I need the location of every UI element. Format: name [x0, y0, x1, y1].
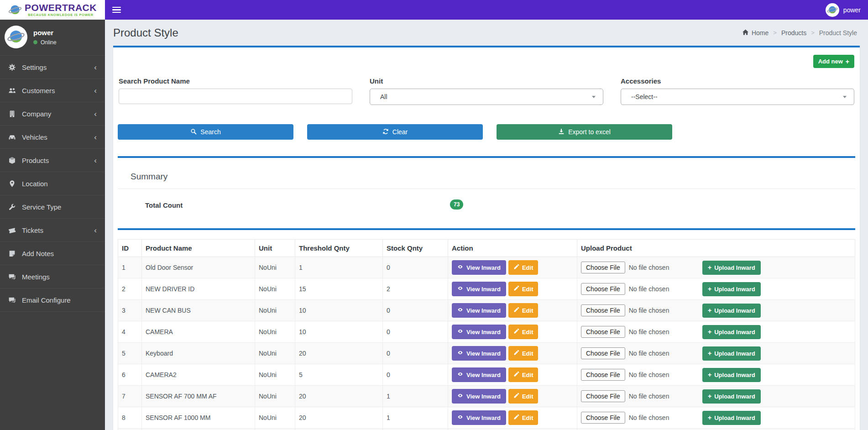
table-row: 6 CAMERA2 NoUni 5 0 View Inward	[118, 364, 855, 386]
breadcrumb-products[interactable]: Products	[781, 29, 806, 37]
search-button[interactable]: Search	[118, 124, 293, 140]
no-file-chosen-label: No file chosen	[629, 285, 669, 293]
eye-icon	[457, 307, 463, 314]
upload-inward-button[interactable]: + Upload Inward	[702, 411, 761, 425]
edit-button[interactable]: Edit	[508, 367, 539, 382]
table-row: 1 Old Door Sensor NoUni 1 0 View Inward	[118, 257, 855, 278]
cell-unit: NoUni	[255, 278, 295, 300]
breadcrumb-separator: >	[773, 29, 777, 36]
sidebar-item-service-type[interactable]: Service Type ‹	[0, 195, 105, 219]
view-inward-button[interactable]: View Inward	[452, 410, 506, 425]
cell-stock: 0	[383, 343, 448, 364]
upload-inward-button[interactable]: + Upload Inward	[702, 261, 761, 275]
sidebar-item-location[interactable]: Location ‹	[0, 172, 105, 195]
sidebar-item-label: Products	[22, 157, 49, 164]
edit-button[interactable]: Edit	[508, 260, 539, 275]
choose-file-button[interactable]: Choose File	[581, 369, 625, 381]
choose-file-button[interactable]: Choose File	[581, 347, 625, 359]
view-inward-button[interactable]: View Inward	[452, 346, 506, 361]
topbar-user-menu[interactable]: power	[826, 3, 861, 17]
cell-threshold: 5	[295, 364, 383, 386]
globe-logo-icon	[8, 3, 22, 17]
building-icon	[8, 110, 16, 118]
edit-button[interactable]: Edit	[508, 325, 539, 339]
view-inward-button[interactable]: View Inward	[452, 282, 506, 296]
edit-button[interactable]: Edit	[508, 389, 539, 404]
plus-icon: +	[708, 393, 711, 399]
file-input[interactable]: Choose File No file chosen	[581, 283, 696, 295]
edit-button[interactable]: Edit	[508, 410, 539, 425]
upload-inward-button[interactable]: + Upload Inward	[702, 282, 761, 296]
sidebar-item-settings[interactable]: Settings ‹	[0, 56, 105, 79]
search-product-label: Search Product Name	[119, 77, 352, 85]
upload-inward-button[interactable]: + Upload Inward	[702, 325, 761, 339]
table-row: 5 Keyboard NoUni 20 0 View Inward	[118, 343, 855, 364]
upload-inward-button[interactable]: + Upload Inward	[702, 368, 761, 382]
home-icon	[742, 29, 749, 37]
sidebar-item-label: Location	[22, 180, 48, 188]
sidebar-item-label: Customers	[22, 87, 55, 94]
sidebar-item-tickets[interactable]: Tickets ‹	[0, 219, 105, 242]
sidebar-item-add-notes[interactable]: Add Notes ‹	[0, 242, 105, 265]
file-input[interactable]: Choose File No file chosen	[581, 326, 696, 338]
brand-name: POWERTRACK	[25, 3, 97, 12]
file-input[interactable]: Choose File No file chosen	[581, 347, 696, 359]
choose-file-button[interactable]: Choose File	[581, 390, 625, 402]
view-inward-button[interactable]: View Inward	[452, 367, 506, 382]
choose-file-button[interactable]: Choose File	[581, 304, 625, 316]
file-input[interactable]: Choose File No file chosen	[581, 262, 696, 273]
cell-threshold: 1	[295, 257, 383, 278]
accessories-select[interactable]: --Select--	[621, 89, 854, 105]
plus-icon: +	[708, 414, 711, 421]
add-new-button[interactable]: Add new +	[813, 55, 854, 68]
pencil-icon	[513, 371, 519, 378]
users-icon	[8, 87, 16, 94]
view-inward-button[interactable]: View Inward	[452, 260, 506, 275]
unit-select[interactable]: All	[370, 89, 603, 105]
eye-icon	[457, 414, 463, 421]
sidebar: power Online Settings ‹ Customers ‹	[0, 20, 105, 430]
upload-inward-button[interactable]: + Upload Inward	[702, 304, 761, 318]
hamburger-menu-icon[interactable]	[112, 5, 123, 15]
edit-button[interactable]: Edit	[508, 303, 539, 318]
sidebar-item-products[interactable]: Products ‹	[0, 149, 105, 172]
top-navbar: POWERTRACK BECAUSE KNOWLEDGE IS POWER po…	[0, 0, 868, 20]
refresh-icon	[382, 128, 389, 136]
view-inward-button[interactable]: View Inward	[452, 325, 506, 339]
view-inward-button[interactable]: View Inward	[452, 303, 506, 318]
clear-button[interactable]: Clear	[307, 124, 483, 140]
view-inward-button[interactable]: View Inward	[452, 389, 506, 404]
marker-icon	[8, 180, 16, 188]
file-input[interactable]: Choose File No file chosen	[581, 390, 696, 402]
col-header-stock: Stock Qnty	[383, 240, 448, 257]
edit-button[interactable]: Edit	[508, 282, 539, 296]
caret-down-icon	[843, 96, 847, 98]
sidebar-item-company[interactable]: Company ‹	[0, 102, 105, 126]
search-product-input[interactable]	[119, 89, 352, 104]
file-input[interactable]: Choose File No file chosen	[581, 369, 696, 381]
chevron-left-icon: ‹	[94, 157, 97, 164]
brand-logo[interactable]: POWERTRACK BECAUSE KNOWLEDGE IS POWER	[0, 0, 105, 20]
sidebar-item-email-configure[interactable]: Email Configure ‹	[0, 288, 105, 312]
choose-file-button[interactable]: Choose File	[581, 412, 625, 424]
sidebar-item-meetings[interactable]: Meetings ‹	[0, 265, 105, 288]
sidebar-item-customers[interactable]: Customers ‹	[0, 79, 105, 102]
choose-file-button[interactable]: Choose File	[581, 262, 625, 273]
edit-button[interactable]: Edit	[508, 346, 539, 361]
choose-file-button[interactable]: Choose File	[581, 326, 625, 338]
upload-inward-button[interactable]: + Upload Inward	[702, 346, 761, 361]
cell-id: 7	[118, 386, 142, 407]
choose-file-button[interactable]: Choose File	[581, 283, 625, 295]
accessories-label: Accessories	[621, 77, 854, 85]
breadcrumb-home[interactable]: Home	[742, 29, 769, 37]
total-count-label: Total Count	[145, 201, 183, 209]
total-count-badge: 73	[450, 199, 463, 210]
accessories-selected-value: --Select--	[631, 93, 658, 100]
file-input[interactable]: Choose File No file chosen	[581, 412, 696, 424]
export-excel-button[interactable]: Export to excel	[497, 124, 672, 140]
gear-icon	[8, 63, 16, 71]
sidebar-item-vehicles[interactable]: Vehicles ‹	[0, 126, 105, 149]
file-input[interactable]: Choose File No file chosen	[581, 304, 696, 316]
upload-inward-button[interactable]: + Upload Inward	[702, 389, 761, 404]
page-title: Product Style	[113, 26, 178, 39]
